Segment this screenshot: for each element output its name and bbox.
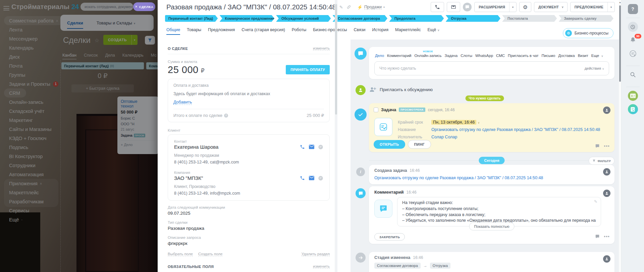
deal-tab[interactable]: Маркетплейс	[395, 27, 421, 35]
contact-mail-icon[interactable]	[309, 144, 314, 150]
deal-tab[interactable]: Роботы	[292, 27, 306, 35]
delete-section-link[interactable]: Удалить раздел	[302, 252, 330, 256]
timeline-tab[interactable]: Визит	[578, 54, 588, 58]
timeline-tab[interactable]: Пригласить в чат	[508, 54, 538, 58]
contact-call-icon[interactable]	[300, 144, 305, 150]
copy-link-icon[interactable]	[346, 5, 351, 9]
deal-tab[interactable]: Товары	[187, 27, 201, 35]
timeline-tab[interactable]: Задача	[445, 54, 458, 58]
company-call-icon[interactable]	[300, 175, 305, 181]
contact-name[interactable]: Екатерина Шарова	[174, 144, 218, 150]
deal-tab[interactable]: История	[372, 27, 388, 35]
show-full-button[interactable]: Показать полностью	[469, 222, 515, 230]
form-scrollbar[interactable]	[335, 0, 337, 272]
scroll-up-arrow[interactable]: ▲	[619, 1, 621, 3]
deal-stage-chip[interactable]: Завершить сделку	[559, 15, 614, 22]
comment-icon[interactable]	[595, 234, 600, 239]
timeline-tab[interactable]: Слоты	[461, 54, 472, 58]
deal-tab[interactable]: Бизнес-процессы	[313, 27, 347, 35]
comment-line: На текущей стадии важно:	[402, 200, 596, 206]
help-button[interactable]: ?	[628, 4, 638, 14]
timeline-tab[interactable]: СМС	[496, 54, 505, 58]
create-field-link[interactable]: Создать поле	[198, 252, 222, 256]
extensions-button[interactable]: РАСШИРЕНИЯ ▾	[474, 2, 517, 12]
chevron-down-icon[interactable]: ▾	[509, 2, 516, 12]
task-checkbox[interactable]	[374, 108, 378, 112]
payment-add-link[interactable]: Добавить	[173, 100, 192, 105]
edit-comment-icon[interactable]: ✎	[594, 199, 597, 204]
timeline-created-card[interactable]: Создана задача 16:46 Организовать отгруз…	[369, 165, 614, 184]
timeline-tab[interactable]: Письмо	[542, 54, 555, 58]
call-button[interactable]	[431, 2, 444, 12]
more-menu-icon[interactable]: •••	[604, 143, 610, 149]
timeline-task-card[interactable]: Задача ПРОСМОТРЕНА сегодня, 16:46 Крайни…	[369, 103, 614, 152]
chat-button[interactable]	[628, 49, 638, 59]
notifications-button[interactable]: 30	[628, 35, 638, 45]
timeline-tab[interactable]: WhatsApp	[475, 54, 493, 58]
client-box: Контакт Екатерина Шарова Менеджер по про…	[168, 134, 330, 201]
deal-tab[interactable]: Счета (старая версия)	[241, 27, 285, 35]
tasks-widget-button[interactable]	[628, 104, 638, 114]
task-name-link[interactable]: Организовать отгрузку по сделке Разовая …	[431, 127, 600, 132]
timeline-tab[interactable]: Еще ∨	[591, 54, 603, 58]
invite-to-discussion[interactable]: Пригласить к обсуждению	[370, 86, 433, 92]
deal-sum-value[interactable]: 25 000	[168, 64, 199, 75]
open-task-button[interactable]: ОТКРЫТЬ	[374, 140, 405, 149]
deal-stage-chip[interactable]: Предоплата	[389, 15, 444, 22]
scrollbar-thumb[interactable]	[619, 5, 621, 82]
deal-stage-chip[interactable]: Постоплата	[502, 15, 557, 22]
timeline-tab[interactable]: Доставка	[558, 54, 575, 58]
offer-button[interactable]: ПРЕДЛОЖЕНИЕ ▾	[570, 2, 615, 12]
sales-funnel-selector[interactable]: ⚡ Продажи ▾	[357, 5, 385, 10]
payment-total-label: Итого к оплате по сделке	[173, 113, 222, 118]
ping-button[interactable]: ПИНГ	[408, 140, 431, 149]
created-task-link[interactable]: Организовать отгрузку по сделке Разовая …	[374, 176, 609, 180]
accept-payment-button[interactable]: ПРИНЯТЬ ОПЛАТУ	[286, 65, 330, 74]
deal-tab[interactable]: Ещё∨	[428, 27, 440, 35]
deal-tab[interactable]: Общие	[166, 27, 180, 35]
pin-comment-button[interactable]: ЗАКРЕПИТЬ	[374, 233, 405, 241]
time-tracking-button[interactable]	[628, 22, 638, 32]
deal-stage-chip[interactable]: Согласование договора	[333, 15, 388, 22]
more-menu-icon[interactable]: •••	[604, 234, 610, 239]
help-question-icon[interactable]: ?	[224, 114, 228, 118]
deal-tab[interactable]: Предложения	[208, 27, 235, 35]
timeline-tab[interactable]: НОВОЕ Онлайн-запись	[414, 54, 441, 58]
contact-messenger-icon[interactable]	[318, 144, 323, 150]
timeline-filter-button[interactable]: ФИЛЬТР	[589, 157, 614, 165]
company-messenger-icon[interactable]	[318, 175, 323, 181]
deal-stage-chip[interactable]: Обсуждение условий	[276, 15, 331, 22]
people-plus-icon	[370, 86, 376, 92]
deal-stage-chip[interactable]: Первичный контакт (Лид)	[165, 15, 218, 22]
select-field-link[interactable]: Выбрать поле	[168, 252, 193, 256]
crm-contact-widget-button[interactable]	[628, 91, 638, 101]
slider-dim-overlay	[0, 0, 162, 272]
deadline-value[interactable]: Пн, 13 октября, 16:46	[431, 120, 476, 125]
comment-line: – Обеспечить передачу заказа в логистику…	[402, 212, 596, 218]
deal-stage-chip[interactable]: Отгрузка	[446, 15, 501, 22]
timeline-comment-card[interactable]: Комментарий 16:46 ✎ На текущей стадии ва…	[369, 186, 614, 244]
business-processes-button[interactable]: ⚙ Бизнес-процессы	[563, 28, 613, 38]
edit-required-link[interactable]: изменить	[313, 264, 330, 269]
timeline-tab[interactable]: Комментарий	[387, 54, 411, 58]
timeline-tab[interactable]: Дело	[375, 54, 384, 58]
edit-section-link[interactable]: изменить	[313, 46, 330, 51]
messenger-app-button[interactable]	[463, 3, 472, 11]
company-name[interactable]: ЗАО "МПЗК"	[174, 175, 203, 181]
settings-button[interactable]: ⚙	[519, 2, 531, 12]
comment-icon[interactable]	[595, 144, 600, 148]
document-button[interactable]: ДОКУМЕНТ ∨	[534, 2, 568, 12]
slider-close-button[interactable]: × СДЕЛКА	[133, 2, 155, 11]
search-button[interactable]	[628, 70, 638, 80]
deal-stage-chip[interactable]: Коммерческое предложение	[220, 15, 275, 22]
deal-tab[interactable]: Связи	[354, 27, 365, 35]
chevron-down-icon[interactable]: ▾	[607, 2, 614, 12]
actions-dropdown[interactable]: действия ∨	[585, 66, 604, 70]
timeline-stage-change-card[interactable]: Стадия изменена 16:46 Согласование догов…	[369, 252, 614, 272]
todo-input[interactable]	[379, 66, 582, 71]
assignee-link[interactable]: Солар Солар	[431, 135, 457, 139]
page-scrollbar[interactable]: ▲	[619, 0, 621, 272]
company-mail-icon[interactable]	[309, 175, 314, 181]
email-button[interactable]	[447, 2, 460, 12]
edit-title-icon[interactable]: ✎	[339, 5, 343, 10]
